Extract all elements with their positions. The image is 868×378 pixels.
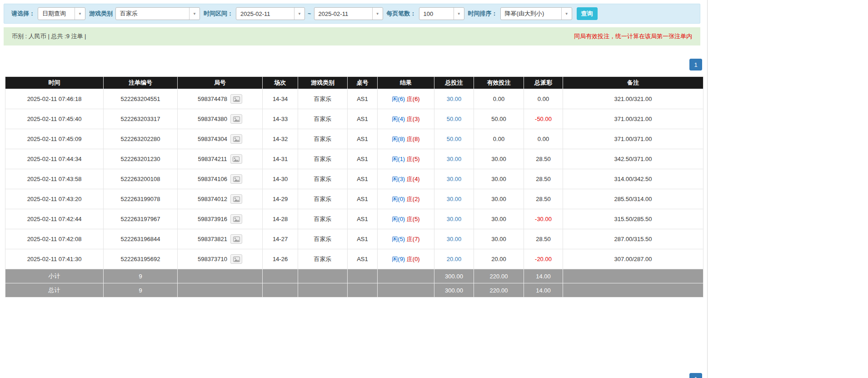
cell-payout: 28.50 — [524, 149, 563, 169]
game-record-image-icon — [233, 217, 240, 222]
cell-bet-id: 522263197967 — [104, 209, 178, 229]
cell-game-type: 百家乐 — [298, 229, 348, 249]
cell-valid-bet: 30.00 — [474, 209, 524, 229]
cell-result: 闲(8) 庄(8) — [378, 129, 434, 149]
cell-valid-bet: 30.00 — [474, 149, 524, 169]
result-banker: 庄(4) — [407, 176, 420, 182]
payout-value: -20.00 — [535, 256, 552, 262]
payout-value: -30.00 — [535, 216, 552, 222]
cell-time: 2025-02-11 07:42:44 — [5, 209, 104, 229]
cell-payout: -30.00 — [524, 209, 563, 229]
view-round-result-button[interactable] — [230, 234, 242, 244]
cell-round-id: 598374478 — [178, 89, 263, 109]
cell-total-bet: 30.00 — [434, 229, 474, 249]
game-record-image-icon — [233, 257, 240, 262]
game-type-select[interactable]: 百家乐 ▼ — [115, 7, 200, 20]
currency-total-summary: 币别 : 人民币 | 总共 :9 注单 | — [12, 32, 86, 40]
payout-value: 28.50 — [536, 156, 551, 162]
total-bet-link[interactable]: 50.00 — [447, 116, 462, 122]
cell-payout: 28.50 — [524, 189, 563, 209]
payout-value: 28.50 — [536, 176, 551, 182]
game-type-value: 百家乐 — [116, 10, 142, 18]
result-player: 闲(8) — [392, 136, 405, 142]
cell-result: 闲(1) 庄(5) — [378, 149, 434, 169]
cell-table-no: AS1 — [348, 129, 378, 149]
round-id-text: 598374012 — [198, 196, 227, 202]
cell-valid-bet: 20.00 — [474, 249, 524, 269]
cell-table-no: AS1 — [348, 89, 378, 109]
total-bet-link[interactable]: 30.00 — [447, 176, 462, 182]
footer-count: 9 — [104, 269, 178, 283]
bet-record-row: 2025-02-11 07:42:44522263197967598373916… — [5, 209, 703, 229]
total-bet-link[interactable]: 30.00 — [447, 96, 462, 102]
pagination-page-1-bottom[interactable]: 1 — [689, 373, 702, 378]
cell-game-type: 百家乐 — [298, 249, 348, 269]
view-round-result-button[interactable] — [230, 94, 242, 104]
payout-value: 28.50 — [536, 236, 551, 242]
footer-count: 9 — [104, 283, 178, 297]
view-round-result-button[interactable] — [230, 214, 242, 224]
game-record-image-icon — [233, 197, 240, 202]
cell-payout: 0.00 — [524, 129, 563, 149]
per-page-label: 每页笔数： — [387, 10, 416, 18]
view-round-result-button[interactable] — [230, 194, 242, 204]
cell-time: 2025-02-11 07:45:40 — [5, 109, 104, 129]
column-header: 总投注 — [434, 77, 474, 89]
column-header: 总派彩 — [524, 77, 563, 89]
view-round-result-button[interactable] — [230, 174, 242, 184]
view-round-result-button[interactable] — [230, 154, 242, 164]
cell-result: 闲(0) 庄(5) — [378, 209, 434, 229]
cell-remark: 315.50/285.50 — [563, 209, 703, 229]
per-page-select[interactable]: 100 ▼ — [419, 7, 464, 20]
cell-table-no: AS1 — [348, 189, 378, 209]
total-bet-link[interactable]: 30.00 — [447, 236, 462, 242]
view-round-result-button[interactable] — [230, 134, 242, 144]
cell-valid-bet: 30.00 — [474, 229, 524, 249]
bet-record-row: 2025-02-11 07:45:09522263202280598374304… — [5, 129, 703, 149]
cell-remark: 371.00/371.00 — [563, 129, 703, 149]
cell-valid-bet: 0.00 — [474, 89, 524, 109]
round-id-text: 598374478 — [198, 96, 227, 102]
cell-remark: 285.50/314.00 — [563, 189, 703, 209]
bet-records-page: 请选择： 日期查询 ▼ 游戏类别 百家乐 ▼ 时间区间： 2025-02-11 … — [0, 0, 708, 378]
query-type-value: 日期查询 — [38, 10, 70, 18]
total-bet-link[interactable]: 20.00 — [447, 256, 462, 262]
round-id-text: 598373710 — [198, 256, 227, 262]
date-to-select[interactable]: 2025-02-11 ▼ — [314, 7, 383, 20]
payout-value: 0.00 — [538, 96, 549, 102]
cell-round-id: 598374211 — [178, 149, 263, 169]
total-bet-link[interactable]: 50.00 — [447, 136, 462, 142]
table-body: 2025-02-11 07:46:18522263204551598374478… — [5, 89, 703, 297]
view-round-result-button[interactable] — [230, 254, 242, 264]
bet-record-row: 2025-02-11 07:41:30522263195692598373710… — [5, 249, 703, 269]
cell-session: 14-32 — [263, 129, 298, 149]
cell-time: 2025-02-11 07:42:08 — [5, 229, 104, 249]
cell-payout: 28.50 — [524, 169, 563, 189]
result-banker: 庄(5) — [407, 216, 420, 222]
total-bet-link[interactable]: 30.00 — [447, 216, 462, 222]
view-round-result-button[interactable] — [230, 114, 242, 124]
cell-bet-id: 522263200108 — [104, 169, 178, 189]
cell-time: 2025-02-11 07:43:58 — [5, 169, 104, 189]
cell-total-bet: 50.00 — [434, 129, 474, 149]
total-bet-link[interactable]: 30.00 — [447, 156, 462, 162]
total-bet-link[interactable]: 30.00 — [447, 196, 462, 202]
column-header: 结果 — [378, 77, 434, 89]
cell-valid-bet: 50.00 — [474, 109, 524, 129]
time-sort-select[interactable]: 降幂(由大到小) ▼ — [500, 7, 572, 20]
cell-round-id: 598374106 — [178, 169, 263, 189]
query-button[interactable]: 查询 — [577, 7, 598, 20]
pagination-page-1-top[interactable]: 1 — [689, 59, 702, 71]
cell-table-no: AS1 — [348, 229, 378, 249]
result-banker: 庄(8) — [407, 136, 420, 142]
date-from-select[interactable]: 2025-02-11 ▼ — [236, 7, 305, 20]
bet-record-row: 2025-02-11 07:46:18522263204551598374478… — [5, 89, 703, 109]
column-header: 时间 — [5, 77, 104, 89]
cell-time: 2025-02-11 07:43:20 — [5, 189, 104, 209]
cell-table-no: AS1 — [348, 169, 378, 189]
query-type-select[interactable]: 日期查询 ▼ — [38, 7, 85, 20]
cell-remark: 342.50/371.00 — [563, 149, 703, 169]
query-type-label: 请选择： — [11, 10, 35, 18]
cell-session: 14-33 — [263, 109, 298, 129]
column-header: 备注 — [563, 77, 703, 89]
